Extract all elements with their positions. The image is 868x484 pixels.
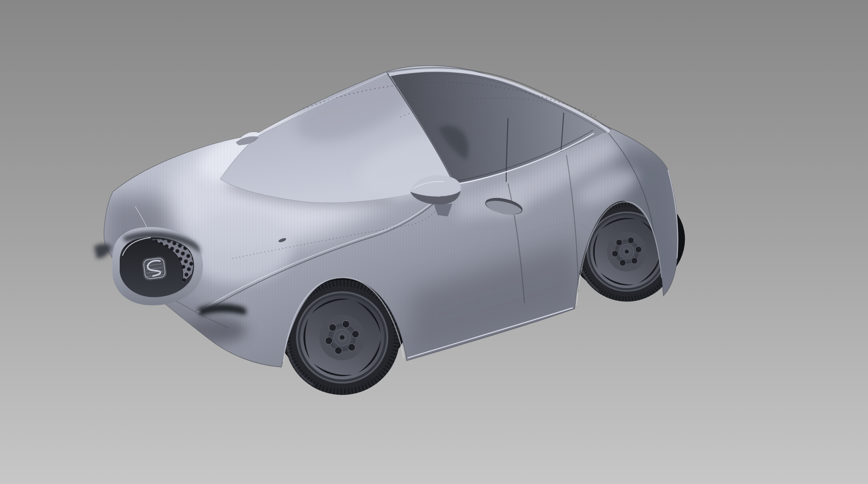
car-render-canvas [0, 0, 868, 484]
viewport-3d[interactable] [0, 0, 868, 484]
front-grille [112, 227, 203, 305]
seat-badge [141, 256, 168, 281]
